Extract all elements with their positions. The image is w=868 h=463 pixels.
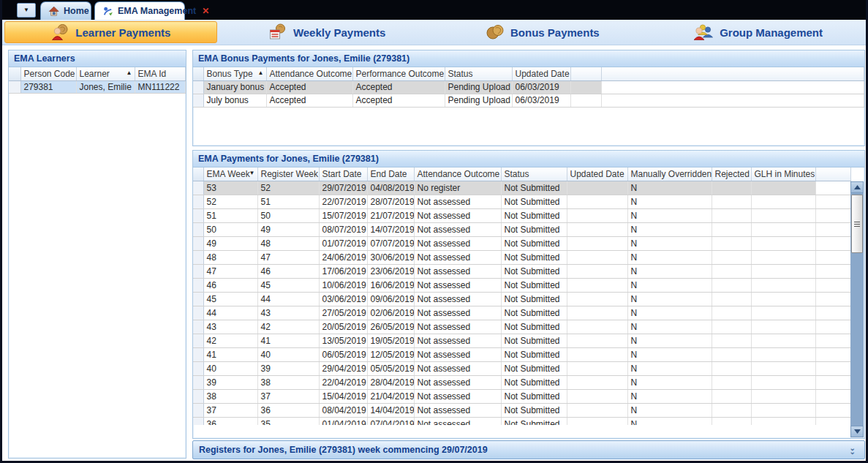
cell[interactable]: 42 (257, 320, 319, 334)
cell[interactable]: Not Submitted (501, 334, 567, 347)
column-header-person-code[interactable]: Person Code (20, 67, 76, 80)
cell[interactable] (712, 361, 751, 375)
cell[interactable]: 01/04/2019 (319, 417, 367, 425)
cell[interactable] (712, 389, 751, 403)
cell[interactable] (751, 208, 815, 222)
cell[interactable]: 21/07/2019 (367, 208, 414, 222)
cell[interactable]: MN111222 (135, 80, 186, 93)
cell[interactable] (567, 306, 627, 320)
cell[interactable]: N (627, 334, 712, 347)
table-row[interactable]: 474617/06/201923/06/2019Not assessedNot … (193, 264, 851, 278)
cell[interactable]: Pending Upload (445, 94, 512, 107)
cell[interactable] (751, 278, 815, 292)
cell[interactable] (712, 306, 751, 320)
cell[interactable]: 45 (257, 278, 319, 292)
cell[interactable]: 23/06/2019 (367, 264, 414, 278)
cell[interactable]: Not assessed (414, 195, 501, 208)
cell[interactable] (751, 236, 815, 250)
cell[interactable]: 41 (257, 334, 319, 347)
cell[interactable] (567, 403, 627, 417)
table-row[interactable]: 504908/07/201914/07/2019Not assessedNot … (193, 222, 851, 236)
cell[interactable]: 01/07/2019 (319, 236, 367, 250)
cell[interactable]: 46 (203, 278, 257, 292)
cell[interactable]: 42 (203, 334, 257, 347)
cell[interactable]: 29/07/2019 (319, 181, 367, 195)
cell[interactable]: Not Submitted (501, 403, 567, 417)
cell[interactable]: 52 (257, 181, 319, 195)
cell[interactable]: 22/07/2019 (319, 195, 367, 208)
cell[interactable]: 07/04/2019 (367, 417, 414, 425)
cell[interactable] (751, 292, 815, 306)
cell[interactable]: 04/08/2019 (367, 181, 414, 195)
cell[interactable] (567, 278, 627, 292)
tab-list-dropdown-button[interactable]: ▼ (17, 3, 36, 18)
cell[interactable] (567, 320, 627, 334)
cell[interactable]: N (627, 278, 712, 292)
cell[interactable] (567, 292, 627, 306)
cell[interactable] (567, 389, 627, 403)
cell[interactable]: 12/05/2019 (367, 347, 414, 361)
cell[interactable]: 10/06/2019 (319, 278, 367, 292)
cell[interactable]: Accepted (352, 94, 445, 107)
cell[interactable] (567, 375, 627, 389)
cell[interactable]: Not assessed (414, 375, 501, 389)
cell[interactable]: Not assessed (414, 417, 501, 425)
cell[interactable]: 50 (203, 222, 257, 236)
cell[interactable] (751, 361, 815, 375)
cell[interactable]: 47 (257, 250, 319, 264)
cell[interactable]: 37 (257, 389, 319, 403)
cell[interactable] (751, 320, 815, 334)
table-row[interactable]: 373608/04/201914/04/2019Not assessedNot … (193, 403, 851, 417)
scroll-up-button[interactable] (850, 181, 864, 193)
cell[interactable] (567, 236, 627, 250)
cell[interactable] (751, 264, 815, 278)
scrollbar-thumb[interactable] (851, 195, 863, 253)
table-row[interactable]: 424113/05/201919/05/2019Not assessedNot … (193, 334, 851, 347)
cell[interactable] (567, 361, 627, 375)
cell[interactable]: Not Submitted (501, 417, 567, 425)
cell[interactable]: 39 (203, 375, 257, 389)
cell[interactable] (712, 320, 751, 334)
cell[interactable]: July bonus (203, 94, 266, 107)
cell[interactable] (570, 94, 601, 107)
cell[interactable]: Not assessed (414, 278, 501, 292)
table-row[interactable]: 363501/04/201907/04/2019Not assessedNot … (193, 417, 851, 425)
cell[interactable]: N (627, 222, 712, 236)
cell[interactable] (751, 181, 815, 195)
column-header-status[interactable]: Status (445, 67, 512, 80)
cell[interactable]: Not assessed (414, 292, 501, 306)
cell[interactable]: Not assessed (414, 320, 501, 334)
cell[interactable]: 05/05/2019 (367, 361, 414, 375)
cell[interactable] (751, 195, 815, 208)
cell[interactable]: 14/07/2019 (367, 222, 414, 236)
cell[interactable]: 36 (203, 417, 257, 425)
cell[interactable]: 07/07/2019 (367, 236, 414, 250)
cell[interactable]: 47 (203, 264, 257, 278)
cell[interactable]: 24/06/2019 (319, 250, 367, 264)
cell[interactable]: N (627, 264, 712, 278)
column-header-manually-overridden[interactable]: Manually Overridden (627, 167, 712, 181)
double-chevron-down-icon[interactable]: ⌄⌄ (850, 446, 856, 453)
cell[interactable]: Not Submitted (501, 236, 567, 250)
cell[interactable]: Not assessed (414, 306, 501, 320)
column-header-status[interactable]: Status (501, 167, 567, 181)
cell[interactable]: 50 (257, 208, 319, 222)
cell[interactable]: 27/05/2019 (319, 306, 367, 320)
cell[interactable]: Accepted (266, 80, 352, 94)
cell[interactable]: Not assessed (414, 334, 501, 347)
cell[interactable] (712, 208, 751, 222)
table-row[interactable]: 403929/04/201905/05/2019Not assessedNot … (193, 361, 851, 375)
table-row[interactable]: 279381Jones, EmilieMN111222 (9, 80, 186, 93)
column-header-ema-id[interactable]: EMA Id (135, 67, 186, 80)
cell[interactable]: 28/07/2019 (367, 195, 414, 208)
cell[interactable] (712, 278, 751, 292)
cell[interactable]: N (627, 292, 712, 306)
cell[interactable]: Not assessed (414, 236, 501, 250)
cell[interactable]: Not assessed (414, 264, 501, 278)
cell[interactable] (751, 347, 815, 361)
cell[interactable]: N (627, 320, 712, 334)
cell[interactable]: 51 (203, 208, 257, 222)
cell[interactable] (751, 389, 815, 403)
column-header-glh-in-minutes[interactable]: GLH in Minutes (751, 167, 815, 181)
cell[interactable]: 48 (203, 250, 257, 264)
